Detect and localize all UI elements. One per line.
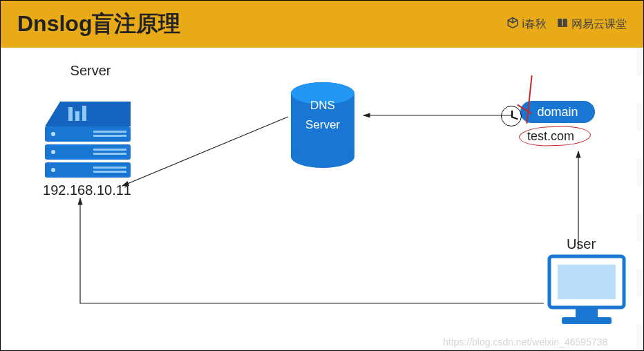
- svg-rect-4: [45, 144, 131, 160]
- brand-netease: 网易云课堂: [556, 17, 627, 32]
- svg-rect-11: [93, 149, 126, 151]
- svg-rect-9: [93, 131, 126, 133]
- header-bar: Dnslog盲注原理 i春秋 网易云课堂: [1, 1, 643, 48]
- dns-label-2: Server: [290, 118, 356, 132]
- server-icon: [39, 81, 136, 178]
- svg-rect-12: [93, 153, 126, 155]
- svg-rect-25: [576, 309, 598, 317]
- user-label: User: [560, 236, 602, 252]
- server-ip: 192.168.10.11: [39, 182, 135, 198]
- domain-text: test.com: [527, 129, 574, 144]
- svg-rect-14: [93, 171, 126, 173]
- clock-icon: [501, 106, 522, 126]
- dns-label-1: DNS: [290, 99, 356, 113]
- svg-rect-10: [93, 135, 126, 137]
- svg-rect-18: [82, 106, 86, 121]
- domain-pill: domain: [520, 101, 595, 123]
- svg-rect-17: [75, 111, 79, 121]
- right-edge-artifact: [636, 48, 643, 350]
- svg-point-6: [51, 132, 55, 136]
- svg-rect-24: [558, 265, 616, 299]
- user-computer-icon: [545, 254, 628, 330]
- svg-rect-16: [68, 107, 73, 121]
- brand-ichunqiu: i春秋: [506, 17, 547, 32]
- brand-label: i春秋: [522, 17, 547, 32]
- watermark-url: https://blog.csdn.net/weixin_46595738: [443, 336, 607, 348]
- brand-area: i春秋 网易云课堂: [506, 17, 627, 32]
- server-label: Server: [63, 63, 118, 79]
- svg-rect-13: [93, 167, 126, 169]
- svg-rect-3: [45, 126, 131, 142]
- svg-rect-26: [562, 317, 612, 324]
- diagram-stage: Server 192.168.10.11 DNS Server: [1, 48, 643, 350]
- svg-line-1: [122, 117, 288, 186]
- domain-pill-label: domain: [537, 105, 578, 120]
- svg-point-8: [51, 168, 55, 172]
- svg-point-21: [291, 146, 354, 168]
- brand-label: 网易云课堂: [571, 17, 627, 32]
- page-title: Dnslog盲注原理: [17, 9, 180, 39]
- svg-point-7: [51, 150, 55, 154]
- cube-icon: [506, 17, 519, 32]
- svg-rect-5: [45, 162, 131, 178]
- book-icon: [556, 17, 569, 32]
